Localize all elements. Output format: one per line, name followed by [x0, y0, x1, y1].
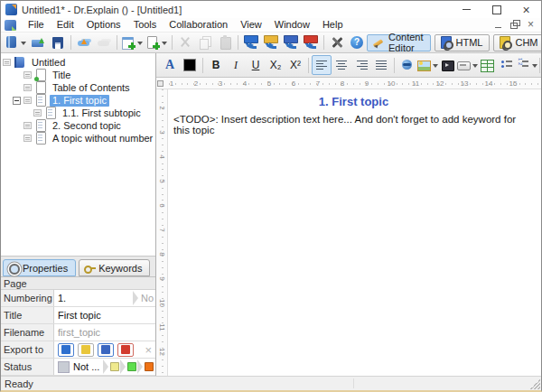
export-word-button[interactable]: [281, 33, 301, 51]
italic-button[interactable]: I: [226, 55, 246, 75]
insert-link-button[interactable]: [397, 55, 417, 75]
export-word-toggle[interactable]: [98, 343, 114, 357]
tree-item-label[interactable]: Untitled: [29, 57, 68, 69]
open-project-button[interactable]: [28, 33, 48, 51]
insert-table-button[interactable]: [477, 55, 497, 75]
property-value[interactable]: 1.No: [53, 290, 155, 306]
menu-tools[interactable]: Tools: [127, 18, 164, 32]
mdi-minimize-icon[interactable]: [494, 21, 503, 29]
dropdown-arrow-icon[interactable]: [162, 42, 167, 48]
tree-item-label[interactable]: 1.1. First subtopic: [60, 107, 144, 119]
html-preview-button[interactable]: HTML: [435, 34, 491, 51]
dropdown-arrow-icon[interactable]: [21, 42, 26, 48]
add-subtopic-button[interactable]: [145, 33, 169, 51]
align-right-button[interactable]: [351, 55, 371, 75]
property-row: TitleFirst topic: [1, 307, 155, 324]
property-value[interactable]: first_topic: [53, 324, 155, 341]
tree-item-label[interactable]: Title: [50, 70, 73, 81]
content-editor: ABIUX₂X²... 123456789101112131415 234567…: [156, 53, 541, 376]
close-icon[interactable]: [511, 1, 541, 18]
tree-item[interactable]: Table of Contents: [1, 81, 155, 94]
status-chip-1[interactable]: [127, 362, 136, 371]
menu-help[interactable]: Help: [316, 18, 350, 32]
bold-button[interactable]: B: [206, 55, 226, 75]
indent-marker[interactable]: [157, 80, 164, 87]
tab-properties[interactable]: Properties: [3, 259, 76, 276]
tree-item[interactable]: 1.1. First subtopic: [1, 107, 155, 119]
tree-item[interactable]: Title: [1, 69, 155, 81]
collapse-expander-icon[interactable]: [13, 97, 21, 105]
tab-keywords[interactable]: Keywords: [79, 259, 150, 276]
tree-item[interactable]: 1. First topic: [1, 94, 155, 107]
menu-collaboration[interactable]: Collaboration: [163, 18, 234, 32]
align-justify-button[interactable]: [371, 55, 391, 75]
underline-button[interactable]: U: [246, 55, 266, 75]
insert-button-button[interactable]: [457, 55, 477, 75]
tree-item-label[interactable]: 2. Second topic: [50, 120, 124, 132]
export-chm-button[interactable]: [261, 33, 281, 51]
status-swatch[interactable]: [58, 361, 70, 373]
tree-item-label[interactable]: A topic without number: [50, 133, 155, 145]
add-topic-button[interactable]: [120, 33, 145, 51]
menu-window[interactable]: Window: [268, 18, 316, 32]
document-area[interactable]: 1. First topic <TODO>: Insert descriptio…: [168, 89, 541, 376]
new-project-button[interactable]: [4, 33, 28, 51]
insert-video-button[interactable]: [437, 55, 457, 75]
chm-preview-button[interactable]: CHM: [493, 34, 542, 51]
bullet-list-button[interactable]: [497, 55, 517, 75]
align-left-icon: [316, 61, 328, 70]
property-label: Title: [1, 307, 53, 323]
align-left-button[interactable]: [312, 55, 332, 75]
menu-file[interactable]: File: [22, 18, 51, 32]
upload-to-web-button[interactable]: [74, 33, 94, 51]
tree-item[interactable]: Untitled: [1, 56, 155, 69]
dropdown-arrow-icon[interactable]: [532, 64, 537, 70]
save-project-button[interactable]: [48, 33, 68, 51]
resize-grip[interactable]: [530, 379, 540, 389]
status-chip-0[interactable]: [110, 362, 119, 371]
align-center-button[interactable]: [332, 55, 351, 75]
download-from-web-icon: [97, 35, 111, 50]
options-tools-icon: [330, 35, 344, 50]
export-chm-toggle[interactable]: [78, 343, 94, 357]
property-value[interactable]: ×: [53, 341, 155, 358]
export-html-toggle[interactable]: [58, 343, 74, 357]
maximize-icon[interactable]: [481, 1, 511, 18]
format-toolbar: ABIUX₂X²...: [156, 53, 541, 78]
help-button[interactable]: [347, 33, 367, 51]
export-pdf-button[interactable]: [301, 33, 321, 51]
topic-body-text[interactable]: <TODO>: Insert description text here... …: [173, 114, 534, 135]
menu-options[interactable]: Options: [80, 18, 127, 32]
tree-item-label[interactable]: 1. First topic: [50, 95, 109, 107]
status-chip-2[interactable]: [145, 362, 154, 371]
content-editor-button[interactable]: Content Editor: [367, 34, 431, 51]
clear-export-icon[interactable]: ×: [145, 344, 154, 356]
text-color-button[interactable]: [180, 55, 200, 75]
tree-item[interactable]: A topic without number: [1, 132, 155, 145]
superscript-button[interactable]: X²: [285, 55, 305, 75]
menu-view[interactable]: View: [234, 18, 268, 32]
subscript-button[interactable]: X₂: [266, 55, 285, 75]
property-value[interactable]: First topic: [53, 307, 155, 323]
tree-item-label[interactable]: Table of Contents: [50, 82, 133, 94]
mdi-restore-icon[interactable]: [510, 21, 519, 29]
topic-heading[interactable]: 1. First topic: [173, 95, 534, 108]
export-html-button[interactable]: [241, 33, 261, 51]
export-pdf-toggle[interactable]: [117, 343, 134, 357]
property-value[interactable]: Not ...: [53, 359, 155, 375]
menu-edit[interactable]: Edit: [51, 18, 80, 32]
tree-item[interactable]: 2. Second topic: [1, 119, 155, 132]
numbered-list-button[interactable]: [517, 55, 537, 75]
minimize-icon[interactable]: [452, 1, 481, 18]
mdi-close-icon[interactable]: [527, 21, 536, 29]
html-preview-label: HTML: [456, 37, 483, 48]
titlebar: Untitled1* - Dr.Explain () - [Untitled1]: [1, 1, 541, 18]
topic-marker-icon: [33, 109, 42, 117]
options-tools-button[interactable]: [327, 33, 347, 51]
insert-image-button[interactable]: [417, 55, 437, 75]
dropdown-arrow-icon[interactable]: [137, 42, 143, 48]
open-project-icon: [31, 35, 45, 50]
ruler-number: 11: [158, 323, 166, 332]
export-chm-icon: [81, 345, 90, 354]
font-button[interactable]: A: [160, 55, 180, 75]
